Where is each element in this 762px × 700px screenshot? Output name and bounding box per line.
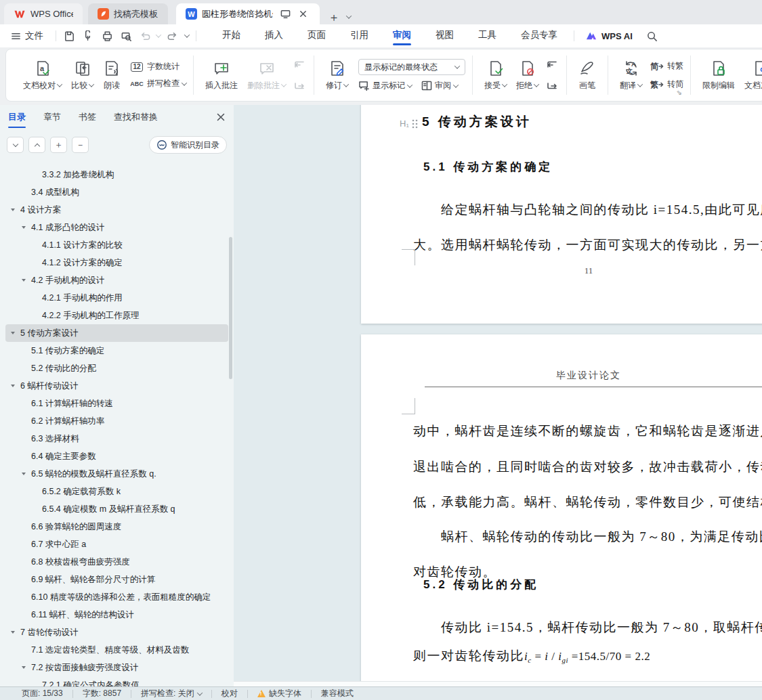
file-menu-button[interactable]: 文件 [0, 30, 51, 42]
previous-change-icon[interactable] [545, 60, 559, 72]
heading-level-marker[interactable]: H₁ [400, 118, 418, 129]
outline-item[interactable]: 6.1 计算蜗杆轴的转速 [5, 395, 228, 412]
next-comment-icon[interactable] [292, 79, 307, 91]
markup-state-select[interactable]: 显示标记的最终状态 [358, 59, 465, 75]
previous-comment-icon[interactable] [292, 60, 307, 72]
caret-down-icon[interactable] [22, 473, 26, 475]
outline-item[interactable]: 6.9 蜗杆、蜗轮各部分尺寸的计算 [5, 571, 228, 588]
format-painter-icon[interactable] [79, 28, 97, 44]
print-preview-icon[interactable] [117, 28, 135, 44]
reject-button[interactable]: 拒绝 [511, 58, 543, 93]
delete-comment-button[interactable]: 删除批注 [242, 58, 291, 93]
outline-item[interactable]: 6.2 计算蜗杆轴功率 [5, 412, 228, 430]
outline-item[interactable]: 6.11 蜗杆、蜗轮的结构设计 [5, 606, 228, 624]
new-tab-button[interactable]: ＋ [326, 9, 341, 24]
caret-down-icon[interactable] [22, 666, 26, 669]
sidebar-tab-catalog[interactable]: 目录 [8, 105, 26, 131]
save-icon[interactable] [60, 28, 78, 44]
search-icon[interactable] [643, 28, 661, 44]
outline-item[interactable]: 6.3 选择材料 [5, 430, 228, 447]
menu-tab-工具[interactable]: 工具 [466, 24, 509, 47]
outline-item[interactable]: 4.2.2 手动机构的工作原理 [5, 307, 228, 324]
status-spellcheck[interactable]: 拼写检查: 关闭 [131, 688, 211, 699]
sidebar-tab-find-replace[interactable]: 查找和替换 [114, 105, 158, 131]
pen-button[interactable]: 画笔 [574, 58, 601, 93]
outline-item[interactable]: 6.10 精度等级的选择和公差，表面粗糙度的确定 [5, 588, 228, 606]
next-change-icon[interactable] [545, 79, 559, 91]
document-canvas[interactable]: H₁ 5 传动方案设计 5.1 传动方案的确定 给定蜗杆轴与凸轮轴之间的传动比 … [234, 105, 762, 686]
outline-item[interactable]: 4 设计方案 [5, 201, 228, 219]
group-expand-icon[interactable]: ⇘ [677, 89, 682, 96]
outline-item[interactable]: 7.1 选定齿轮类型、精度等级、材料及齿数 [5, 641, 228, 659]
tab-document[interactable]: W 圆柱形卷绕倍捻机传动机构机 [176, 3, 320, 24]
undo-icon[interactable] [136, 28, 154, 44]
outline-item[interactable]: 7.2 按齿面接触疲劳强度设计 [5, 659, 228, 676]
outline-item[interactable]: 6.5 蜗轮的模数及蜗杆直径系数 q. [5, 465, 228, 483]
drag-handle-icon[interactable] [412, 119, 418, 129]
smart-catalog-button[interactable]: 智能识别目录 [149, 136, 227, 154]
collapse-all-button[interactable]: － [72, 137, 89, 153]
outline-item[interactable]: 6 蜗杆传动设计 [5, 377, 228, 395]
outline-item[interactable]: 6.8 校核齿根弯曲疲劳强度 [5, 553, 228, 571]
caret-down-icon[interactable] [22, 226, 26, 229]
status-proof[interactable]: 校对 [212, 688, 247, 699]
outline-item[interactable]: 4.2 手动机构的设计 [5, 271, 228, 289]
tab-wps-office[interactable]: WPS Office [4, 3, 83, 24]
track-changes-button[interactable]: 修订 [321, 58, 353, 93]
status-missing-font[interactable]: 缺失字体 [248, 688, 311, 699]
read-aloud-button[interactable]: 朗读 [98, 58, 125, 93]
outline-item[interactable]: 3.4 成型机构 [5, 183, 228, 201]
collapse-heading-button[interactable] [7, 137, 24, 153]
translate-button[interactable]: A文 翻译 [615, 58, 647, 93]
close-tab-icon[interactable] [295, 7, 310, 22]
menu-tab-视图[interactable]: 视图 [423, 24, 466, 47]
status-compat-mode[interactable]: 兼容模式 [312, 688, 363, 699]
outline-item[interactable]: 6.6 验算蜗轮的圆周速度 [5, 518, 228, 535]
outline-item[interactable]: 4.1 成形凸轮的设计 [5, 219, 228, 236]
outline-item[interactable]: 6.5.2 确定载荷系数 k [5, 483, 228, 500]
share-screen-icon[interactable] [278, 7, 293, 22]
menu-tab-页面[interactable]: 页面 [295, 24, 338, 47]
caret-down-icon[interactable] [22, 279, 26, 282]
outline-item[interactable]: 7 齿轮传动设计 [5, 624, 228, 641]
outline-item[interactable]: 6.5.4 确定模数 m 及蜗杆直径系数 q [5, 500, 228, 518]
outline-item[interactable]: 4.1.1 设计方案的比较 [5, 236, 228, 254]
status-word-count[interactable]: 字数: 8857 [73, 688, 131, 699]
horizontal-scrollbar[interactable] [234, 681, 762, 686]
wps-ai-button[interactable]: WPS AI [585, 30, 633, 41]
status-page-indicator[interactable]: 页面: 15/33 [12, 688, 72, 699]
menu-tab-插入[interactable]: 插入 [253, 24, 295, 47]
caret-down-icon[interactable] [11, 631, 15, 634]
expand-all-button[interactable]: ＋ [50, 137, 67, 153]
doc-proof-button[interactable]: a 文档校对 [18, 58, 66, 93]
caret-down-icon[interactable] [11, 385, 15, 387]
outline-item[interactable]: 7.2.1 确定公式内各参数值 [5, 676, 228, 686]
accept-button[interactable]: 接受 [480, 58, 511, 93]
document-page-11[interactable]: H₁ 5 传动方案设计 5.1 传动方案的确定 给定蜗杆轴与凸轮轴之间的传动比 … [361, 105, 762, 324]
spell-check-button[interactable]: ABC 拼写检查 [129, 78, 186, 90]
tab-list-chevron-icon[interactable] [341, 9, 356, 24]
menu-tab-审阅[interactable]: 审阅 [381, 24, 423, 47]
sidebar-tab-chapters[interactable]: 章节 [43, 105, 61, 131]
tab-template-site[interactable]: 找稿壳模板 [88, 3, 168, 24]
outline-item[interactable]: 6.4 确定主要参数 [5, 447, 228, 465]
menu-tab-会员专享[interactable]: 会员专享 [509, 24, 570, 47]
word-count-button[interactable]: 12 字数统计 [129, 61, 186, 73]
outline-item[interactable]: 5.2 传动比的分配 [5, 359, 228, 377]
show-markup-button[interactable]: 显示标记 [358, 80, 412, 91]
outline-item[interactable]: 5.1 传动方案的确定 [5, 342, 228, 359]
outline-item[interactable]: 3.3.2 加捻卷绕机构 [5, 166, 228, 183]
outline-item[interactable]: 6.7 求中心距 a [5, 535, 228, 553]
outline-item[interactable]: 4.1.2 设计方案的确定 [5, 254, 228, 271]
menu-tab-开始[interactable]: 开始 [210, 24, 253, 47]
outline-item[interactable]: 5 传动方案设计 [5, 324, 228, 342]
compare-button[interactable]: 比较 [66, 58, 98, 93]
outline-item[interactable]: 4.2.1 手动机构的作用 [5, 289, 228, 307]
expand-heading-button[interactable] [28, 137, 45, 153]
print-icon[interactable] [98, 28, 116, 44]
document-page-12[interactable]: 毕业设计论文 动中，蜗杆齿是连续不断的螺旋齿，它和蜗轮齿是逐渐进入 退出啮合的，… [361, 334, 762, 686]
caret-down-icon[interactable] [11, 332, 15, 334]
restrict-edit-button[interactable]: 限制编辑 [698, 58, 740, 93]
review-pane-button[interactable]: 审阅 [421, 80, 458, 91]
close-sidebar-icon[interactable] [216, 112, 226, 124]
